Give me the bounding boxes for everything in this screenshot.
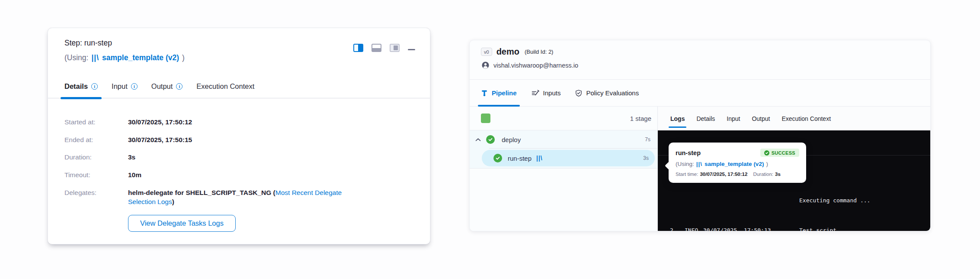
stage-name: deploy: [502, 136, 521, 143]
step-row-run-step[interactable]: run-step ||\ 3s: [482, 150, 655, 166]
split-view-icon[interactable]: [353, 44, 363, 52]
window-controls: [353, 39, 415, 52]
pipeline-icon: [481, 90, 488, 97]
stage-count: 1 stage: [630, 115, 651, 122]
tooltip-using-line: (Using: ||\ sample_template (v2) ): [676, 161, 799, 167]
tab-pipeline[interactable]: Pipeline: [481, 80, 517, 106]
template-link[interactable]: ||\ sample_template (v2): [91, 53, 179, 62]
info-icon[interactable]: i: [91, 83, 98, 90]
status-badge: SUCCESS: [760, 149, 799, 157]
right-panel-view-icon[interactable]: [390, 44, 400, 52]
execution-tabs: Pipeline Inputs Policy Evaluations: [470, 80, 930, 107]
execution-panel: v0 demo (Build Id: 2) vishal.vishwaroop@…: [469, 40, 931, 231]
template-name: sample_template (v2): [102, 53, 179, 62]
success-check-icon: [493, 154, 502, 162]
step-tooltip: run-step SUCCESS (Using: ||\ sample_temp…: [669, 143, 806, 183]
tab-execution-context[interactable]: Execution Context: [196, 82, 254, 98]
log-lines: Executing command ... 2INFO30/07/2025, 1…: [670, 175, 923, 231]
tab-output[interactable]: Output: [752, 107, 770, 130]
tab-details[interactable]: Details: [696, 107, 715, 130]
tab-inputs[interactable]: Inputs: [532, 80, 561, 106]
build-id: (Build Id: 2): [525, 49, 553, 55]
using-prefix: (Using:: [64, 53, 88, 62]
tab-details[interactable]: Details i: [64, 82, 98, 98]
stage-duration: 7s: [645, 136, 650, 143]
tooltip-duration: 3s: [775, 172, 781, 177]
stage-status-square[interactable]: [481, 114, 490, 123]
pipeline-title: demo: [496, 47, 519, 57]
tooltip-start-time: 30/07/2025, 17:50:12: [700, 172, 747, 177]
step-title: Step: run-step: [64, 39, 185, 48]
bottom-panel-view-icon[interactable]: [372, 44, 381, 52]
template-icon: ||\: [696, 161, 702, 167]
version-badge: v0: [481, 48, 492, 56]
tooltip-time-row: Start time: 30/07/2025, 17:50:12 Duratio…: [676, 172, 799, 177]
inputs-icon: [532, 90, 539, 97]
success-check-icon: [764, 150, 769, 156]
button-row: View Delegate Tasks Logs: [128, 215, 413, 232]
stage-row-deploy[interactable]: deploy 7s: [470, 130, 657, 149]
triggered-by-row: vishal.vishwaroop@harness.io: [482, 62, 930, 69]
shield-check-icon: [575, 90, 582, 97]
user-email: vishal.vishwaroop@harness.io: [493, 62, 578, 69]
step-tabs: Details i Input i Output i Execution Con…: [48, 82, 430, 98]
success-check-icon: [486, 135, 495, 144]
minimize-icon[interactable]: [408, 49, 415, 50]
info-icon[interactable]: i: [131, 83, 138, 90]
step-header-titles: Step: run-step (Using: ||\ sample_templa…: [64, 39, 185, 62]
tooltip-step-name: run-step: [676, 149, 701, 156]
delegates-value: helm-delegate for SHELL_SCRIPT_TASK_NG (…: [128, 188, 370, 207]
stage-tree-panel: 1 stage deploy 7s run-st: [470, 107, 658, 231]
detail-row-ended: Ended at: 30/07/2025, 17:50:15: [64, 135, 413, 145]
detail-row-started: Started at: 30/07/2025, 17:50:12: [64, 117, 413, 127]
tab-policy-evaluations[interactable]: Policy Evaluations: [575, 80, 639, 106]
step-details-body: Started at: 30/07/2025, 17:50:12 Ended a…: [48, 98, 430, 232]
log-tabs: Logs Details Input Output Execution Cont…: [658, 107, 930, 130]
log-line: Executing command ...: [670, 195, 923, 205]
view-delegate-tasks-logs-button[interactable]: View Delegate Tasks Logs: [128, 215, 236, 232]
detail-row-duration: Duration: 3s: [64, 152, 413, 162]
tab-input[interactable]: Input i: [112, 82, 138, 98]
execution-title-row: v0 demo (Build Id: 2): [481, 47, 930, 57]
step-details-panel: Step: run-step (Using: ||\ sample_templa…: [48, 28, 430, 244]
template-icon: ||\: [91, 53, 99, 62]
stage-summary-strip: 1 stage: [470, 107, 657, 130]
detail-row-timeout: Timeout: 10m: [64, 170, 413, 180]
tab-logs[interactable]: Logs: [670, 107, 685, 130]
template-link[interactable]: ||\ sample_template (v2): [696, 161, 764, 167]
stage-tree-rows: deploy 7s run-step ||\ 3s: [470, 130, 657, 169]
tab-execution-context[interactable]: Execution Context: [781, 107, 831, 130]
template-icon: ||\: [536, 155, 543, 162]
info-icon[interactable]: i: [176, 83, 183, 90]
detail-row-delegates: Delegates: helm-delegate for SHELL_SCRIP…: [64, 188, 413, 207]
step-duration: 3s: [643, 155, 649, 161]
execution-header: v0 demo (Build Id: 2) vishal.vishwaroop@…: [470, 40, 930, 80]
tab-output[interactable]: Output i: [151, 82, 183, 98]
tab-input[interactable]: Input: [727, 107, 740, 130]
log-line: 2INFO30/07/2025, 17:50:13Test script: [670, 225, 923, 231]
using-suffix: ): [182, 53, 185, 62]
user-icon: [482, 62, 489, 69]
chevron-up-icon[interactable]: [475, 138, 481, 142]
step-header: Step: run-step (Using: ||\ sample_templa…: [48, 28, 430, 62]
tooltip-title-row: run-step SUCCESS: [676, 149, 799, 157]
step-name: run-step: [508, 155, 532, 162]
step-using-line: (Using: ||\ sample_template (v2) ): [64, 53, 185, 62]
